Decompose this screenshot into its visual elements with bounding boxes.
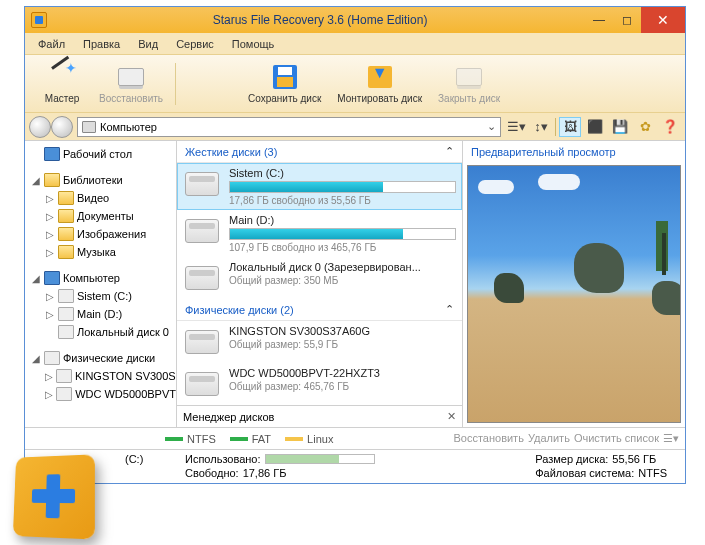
menubar: Файл Правка Вид Сервис Помощь xyxy=(25,33,685,55)
wand-icon xyxy=(49,64,75,90)
maximize-button[interactable]: ◻ xyxy=(613,7,641,33)
legend-fat: FAT xyxy=(230,433,271,445)
tree-desktop[interactable]: Рабочий стол xyxy=(25,145,176,163)
close-disk-button[interactable]: Закрыть диск xyxy=(430,61,508,106)
view-options-button[interactable]: ☰▾ xyxy=(505,117,527,137)
drive-list-panel: Жесткие диски (3)⌃ Sistem (C:) 17,86 ГБ … xyxy=(177,141,463,427)
app-icon xyxy=(31,12,47,28)
preview-panel: Предварительный просмотр xyxy=(463,141,685,427)
usage-bar xyxy=(229,181,456,193)
collapse-icon[interactable]: ⌃ xyxy=(445,145,454,158)
main-toolbar: Мастер Восстановить Сохранить диск Монти… xyxy=(25,55,685,113)
settings-button[interactable]: ✿ xyxy=(634,117,656,137)
body-area: Рабочий стол ◢Библиотеки ▷Видео ▷Докумен… xyxy=(25,141,685,427)
folder-tree[interactable]: Рабочий стол ◢Библиотеки ▷Видео ▷Докумен… xyxy=(25,141,177,427)
nav-forward-button[interactable] xyxy=(51,116,73,138)
phys-item-kingston[interactable]: KINGSTON SV300S37A60G Общий размер: 55,9… xyxy=(177,321,462,363)
menu-help[interactable]: Помощь xyxy=(225,36,282,52)
legend-bar: NTFS FAT Linux Восстановить Удалить Очис… xyxy=(25,427,685,449)
window-title: Starus File Recovery 3.6 (Home Edition) xyxy=(55,13,585,27)
hdd-icon xyxy=(185,372,219,396)
floppy-save-icon xyxy=(273,65,297,89)
tree-drive-c[interactable]: ▷Sistem (C:) xyxy=(25,287,176,305)
menu-service[interactable]: Сервис xyxy=(169,36,221,52)
app-logo-overlay xyxy=(0,435,100,545)
wizard-button[interactable]: Мастер xyxy=(33,61,91,106)
mount-icon xyxy=(368,66,392,88)
view-hex-button[interactable]: ⬛ xyxy=(584,117,606,137)
main-window: Starus File Recovery 3.6 (Home Edition) … xyxy=(24,6,686,484)
footer-delete-button[interactable]: Удалить xyxy=(528,432,570,445)
address-bar[interactable]: Компьютер ⌄ xyxy=(77,117,501,137)
hdd-icon xyxy=(185,330,219,354)
preview-image xyxy=(467,165,681,423)
used-bar xyxy=(265,454,375,464)
tree-drive-local[interactable]: Локальный диск 0 xyxy=(25,323,176,341)
address-text: Компьютер xyxy=(100,121,157,133)
tree-phys-wdc[interactable]: ▷WDC WD5000BPVT xyxy=(25,385,176,403)
drive-item-local[interactable]: Локальный диск 0 (Зарезервирован... Общи… xyxy=(177,257,462,299)
preview-header: Предварительный просмотр xyxy=(463,141,685,163)
view-photo-button[interactable]: 🖼 xyxy=(559,117,581,137)
sort-button[interactable]: ↕▾ xyxy=(530,117,552,137)
tree-computer[interactable]: ◢Компьютер xyxy=(25,269,176,287)
menu-view[interactable]: Вид xyxy=(131,36,165,52)
titlebar[interactable]: Starus File Recovery 3.6 (Home Edition) … xyxy=(25,7,685,33)
restore-button[interactable]: Восстановить xyxy=(91,61,171,106)
nav-toolbar: Компьютер ⌄ ☰▾ ↕▾ 🖼 ⬛ 💾 ✿ ❓ xyxy=(25,113,685,141)
mount-disk-button[interactable]: Монтировать диск xyxy=(329,61,430,106)
legend-linux: Linux xyxy=(285,433,333,445)
tree-phys[interactable]: ◢Физические диски xyxy=(25,349,176,367)
legend-ntfs: NTFS xyxy=(165,433,216,445)
tree-video[interactable]: ▷Видео xyxy=(25,189,176,207)
tree-music[interactable]: ▷Музыка xyxy=(25,243,176,261)
phys-drives-header[interactable]: Физические диски (2)⌃ xyxy=(177,299,462,321)
hdd-icon xyxy=(185,219,219,243)
usage-bar xyxy=(229,228,456,240)
tree-images[interactable]: ▷Изображения xyxy=(25,225,176,243)
nav-back-button[interactable] xyxy=(29,116,51,138)
collapse-icon[interactable]: ⌃ xyxy=(445,303,454,316)
phys-item-wdc[interactable]: WDC WD5000BPVT-22HXZT3 Общий размер: 465… xyxy=(177,363,462,405)
help-button[interactable]: ❓ xyxy=(659,117,681,137)
footer-restore-button[interactable]: Восстановить xyxy=(453,432,523,445)
computer-icon xyxy=(82,121,96,133)
hard-drives-header[interactable]: Жесткие диски (3)⌃ xyxy=(177,141,462,163)
close-button[interactable]: ✕ xyxy=(641,7,685,33)
hdd-icon xyxy=(185,172,219,196)
tree-drive-d[interactable]: ▷Main (D:) xyxy=(25,305,176,323)
tree-docs[interactable]: ▷Документы xyxy=(25,207,176,225)
hdd-icon xyxy=(185,266,219,290)
footer-menu-icon[interactable]: ☰▾ xyxy=(663,432,679,445)
tree-phys-kingston[interactable]: ▷KINGSTON SV300S3 xyxy=(25,367,176,385)
disk-manager-bar[interactable]: Менеджер дисков ✕ xyxy=(177,405,462,427)
disk-icon xyxy=(118,68,144,86)
drive-item-c[interactable]: Sistem (C:) 17,86 ГБ свободно из 55,56 Г… xyxy=(177,163,462,210)
status-bar: (C:) Использовано: Свободно:17,86 ГБ Раз… xyxy=(25,449,685,483)
save-disk-button[interactable]: Сохранить диск xyxy=(240,61,329,106)
save-button[interactable]: 💾 xyxy=(609,117,631,137)
disk-close-icon xyxy=(456,68,482,86)
separator xyxy=(175,63,176,105)
drive-item-d[interactable]: Main (D:) 107,9 ГБ свободно из 465,76 ГБ xyxy=(177,210,462,257)
minimize-button[interactable]: — xyxy=(585,7,613,33)
menu-edit[interactable]: Правка xyxy=(76,36,127,52)
tree-libraries[interactable]: ◢Библиотеки xyxy=(25,171,176,189)
dropdown-icon[interactable]: ⌄ xyxy=(487,120,496,133)
close-panel-icon[interactable]: ✕ xyxy=(447,410,456,423)
footer-clear-button[interactable]: Очистить список xyxy=(574,432,659,445)
menu-file[interactable]: Файл xyxy=(31,36,72,52)
